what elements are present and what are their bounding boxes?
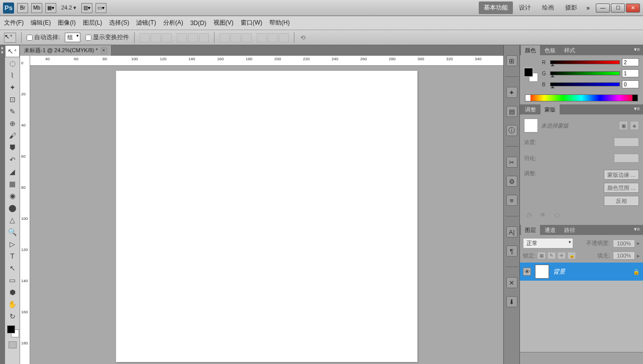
eyedropper-tool[interactable]: ✎	[5, 105, 20, 117]
eraser-tool[interactable]: ◢	[5, 166, 20, 178]
blur-tool[interactable]: ◉	[5, 190, 20, 202]
b-slider[interactable]	[550, 82, 620, 86]
quickmask-button[interactable]	[5, 339, 20, 350]
3d-tool[interactable]: ⬢	[5, 286, 20, 298]
visibility-icon[interactable]: 👁	[523, 268, 531, 276]
r-input[interactable]	[622, 58, 639, 66]
move-tool[interactable]: ↖⁺	[5, 45, 20, 57]
color-ramp[interactable]	[525, 94, 638, 101]
crop-tool[interactable]: ⊡	[5, 93, 20, 105]
styles-tab[interactable]: 样式	[560, 45, 579, 55]
workspace-photo[interactable]: 摄影	[560, 2, 582, 14]
r-slider[interactable]	[550, 60, 620, 64]
toolbox-collapse[interactable]	[0, 45, 5, 364]
rotate-view-tool[interactable]: ↻	[5, 310, 20, 322]
workspace-painting[interactable]: 绘画	[537, 2, 559, 14]
align-top-icon[interactable]	[140, 33, 150, 42]
menu-select[interactable]: 选择(S)	[109, 19, 129, 27]
menu-image[interactable]: 图像(I)	[58, 19, 75, 27]
layer-thumbnail[interactable]	[535, 265, 549, 279]
menu-layer[interactable]: 图层(L)	[83, 19, 102, 27]
mask-thumbnail[interactable]	[524, 118, 538, 133]
horizontal-ruler[interactable]: 4060801001201401601802002202402602803003…	[30, 56, 503, 66]
lasso-tool[interactable]: ⌇	[5, 69, 20, 81]
maximize-button[interactable]: ☐	[611, 4, 625, 13]
workspace-design[interactable]: 设计	[514, 2, 536, 14]
canvas[interactable]	[116, 71, 417, 362]
type-tool[interactable]: T	[5, 250, 20, 262]
lock-pos-icon[interactable]: ✢	[558, 252, 566, 259]
workspace-essentials[interactable]: 基本功能	[479, 2, 513, 14]
channels-tab[interactable]: 通道	[541, 225, 560, 235]
adjust-tab[interactable]: 调整	[521, 104, 540, 114]
mask-foot1-icon[interactable]: ◷	[524, 211, 534, 219]
blend-mode-select[interactable]: 正常	[523, 238, 573, 249]
swatches-icon[interactable]: ▤	[506, 106, 517, 117]
histogram-icon[interactable]: ⊞	[506, 55, 517, 66]
autoselect-target-select[interactable]: 组	[65, 33, 80, 42]
gradient-tool[interactable]: ▦	[5, 178, 20, 190]
close-button[interactable]: ✕	[626, 4, 640, 13]
bridge-button[interactable]: Br	[17, 3, 28, 13]
b-input[interactable]	[622, 80, 639, 88]
menu-analysis[interactable]: 分析(A)	[163, 19, 183, 27]
stamp-tool[interactable]: ⛊	[5, 142, 20, 154]
mask-foot3-icon[interactable]: ⬭	[552, 211, 562, 219]
menu-3d[interactable]: 3D(D)	[190, 20, 206, 27]
zoom-tool[interactable]: 🔍	[5, 226, 20, 238]
minimize-button[interactable]: —	[596, 4, 610, 13]
marquee-tool[interactable]: ◌	[5, 57, 20, 69]
canvas-area[interactable]	[30, 66, 503, 364]
hand-tool[interactable]: ✋	[5, 298, 20, 310]
panel-menu-icon[interactable]: ▾≡	[631, 225, 643, 235]
info-icon[interactable]: ⓘ	[506, 125, 517, 136]
brush-tool[interactable]: 🖌	[5, 130, 20, 142]
tool3-icon[interactable]: ≡	[506, 195, 517, 206]
3d-mode-icon[interactable]: ⟲	[299, 34, 306, 42]
dodge-tool[interactable]: ⬤	[5, 202, 20, 214]
close-tab-icon[interactable]: ✕	[101, 48, 107, 54]
layers-tab[interactable]: 图层	[521, 225, 540, 235]
document-tab[interactable]: 未标题-1 @ 24.2%(CMYK/8) * ✕	[20, 45, 112, 56]
pixel-mask-icon[interactable]: ▣	[619, 121, 628, 130]
color-tab[interactable]: 颜色	[521, 45, 540, 55]
panel-menu-icon[interactable]: ▾≡	[631, 45, 643, 55]
g-input[interactable]	[622, 69, 639, 77]
color-range-button[interactable]: 颜色范围 ...	[604, 183, 639, 193]
zoom-level[interactable]: 24.2 ▾	[59, 5, 78, 11]
menu-filter[interactable]: 滤镜(T)	[136, 19, 156, 27]
vertical-ruler[interactable]: 020406080100120140160180	[20, 56, 30, 364]
color-swatches[interactable]	[5, 324, 20, 339]
menu-window[interactable]: 窗口(W)	[241, 19, 262, 27]
mask-foot2-icon[interactable]: 👁	[538, 211, 548, 219]
autoselect-checkbox[interactable]: 自动选择:	[27, 33, 60, 42]
layer-name[interactable]: 背景	[553, 268, 565, 276]
shape-tool[interactable]: ▭	[5, 274, 20, 286]
tool4-icon[interactable]: ✕	[506, 277, 517, 288]
navigator-icon[interactable]: ✦	[506, 87, 517, 98]
view-extras-button[interactable]: ▦▾	[45, 3, 56, 13]
panel-fg-swatch[interactable]	[524, 68, 533, 77]
lock-trans-icon[interactable]: ▦	[538, 252, 546, 259]
invert-button[interactable]: 反相	[604, 196, 639, 206]
workspace-more-icon[interactable]: »	[583, 5, 593, 12]
move-tool-indicator[interactable]: ↖⁺	[4, 33, 16, 43]
arrange-button[interactable]: ▥▾	[81, 3, 92, 13]
healing-tool[interactable]: ⊕	[5, 117, 20, 130]
showcontrols-checkbox[interactable]: 显示变换控件	[85, 33, 129, 42]
history-brush-tool[interactable]: ↶	[5, 154, 20, 166]
minibridge-button[interactable]: Mb	[31, 3, 42, 13]
swatches-tab[interactable]: 色板	[541, 45, 560, 55]
tool5-icon[interactable]: ⬇	[506, 296, 517, 307]
mask-edge-button[interactable]: 蒙版边缘 ...	[604, 170, 639, 180]
panel-menu-icon[interactable]: ▾≡	[631, 104, 643, 114]
menu-edit[interactable]: 编辑(E)	[31, 19, 51, 27]
pen-tool[interactable]: △	[5, 214, 20, 226]
g-slider[interactable]	[550, 71, 620, 75]
layer-item[interactable]: 👁 背景 🔒	[520, 263, 643, 281]
magic-wand-tool[interactable]: ✦	[5, 81, 20, 93]
density-input[interactable]	[614, 138, 639, 147]
opacity-input[interactable]: 100%	[613, 239, 635, 248]
paths-tab[interactable]: 路径	[560, 225, 579, 235]
path-select-tool[interactable]: ▷	[5, 238, 20, 250]
